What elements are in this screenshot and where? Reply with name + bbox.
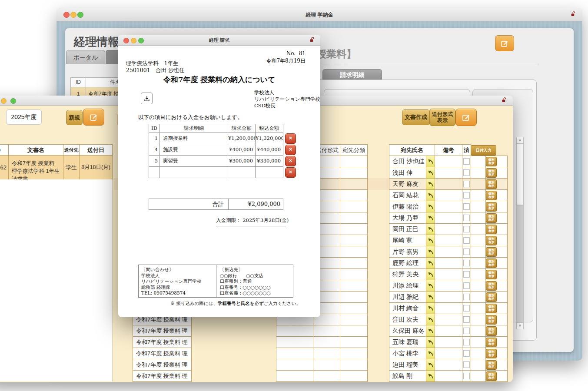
goto-related-button[interactable] [426, 291, 435, 303]
individual-view-button[interactable]: 個別表示 [486, 247, 497, 257]
done-checkbox[interactable] [463, 373, 470, 379]
scroll-down-button[interactable]: ∨ [516, 322, 524, 329]
delete-item-button[interactable]: × [285, 133, 296, 144]
fiscal-year-field[interactable]: 2025年度 [6, 109, 42, 125]
individual-view-button[interactable]: 個別表示 [486, 315, 497, 325]
goto-related-button[interactable] [426, 235, 435, 246]
date-value-cell [471, 280, 486, 292]
goto-related-button[interactable] [426, 302, 435, 314]
delete-item-button[interactable]: × [285, 145, 296, 155]
goto-related-button[interactable] [426, 370, 435, 382]
goto-related-button[interactable] [426, 201, 435, 212]
item-desc-cell: 通期授業料 [159, 133, 228, 144]
delete-item-button[interactable]: × [285, 167, 296, 178]
new-button[interactable]: 新規 [66, 110, 83, 125]
scrollbar[interactable]: ∧ ∨ [516, 137, 524, 329]
goto-related-button[interactable] [426, 336, 435, 348]
goto-related-button[interactable] [426, 359, 435, 371]
done-checkbox[interactable] [463, 282, 470, 289]
goto-related-arrow-icon [427, 305, 434, 311]
done-checkbox[interactable] [463, 271, 470, 278]
date-input-button[interactable]: 日付入力 [471, 145, 496, 156]
goto-related-button[interactable] [426, 268, 435, 280]
done-checkbox[interactable] [463, 169, 470, 176]
individual-cell: 個別表示 [485, 325, 497, 337]
individual-view-button[interactable]: 個別表示 [486, 360, 497, 370]
done-checkbox[interactable] [463, 181, 470, 187]
individual-view-button[interactable]: 個別表示 [486, 349, 497, 358]
done-checkbox[interactable] [463, 305, 470, 311]
done-checkbox[interactable] [463, 294, 470, 300]
done-checkbox[interactable] [463, 260, 470, 266]
scroll-thumb[interactable] [516, 144, 524, 205]
individual-view-button[interactable]: 個別表示 [486, 258, 497, 268]
individual-view-button[interactable]: 個別表示 [486, 168, 497, 178]
tab-portal[interactable]: ポータル [66, 50, 105, 64]
titlebar[interactable]: 経理 請求 [118, 35, 320, 46]
recipient-row[interactable]: 令和7年度 授業料 理迫田 瑠美個別表示 [114, 359, 508, 371]
recipient-row[interactable]: 令和7年度 授業料 理鮫島 剛個別表示 [114, 370, 508, 382]
done-checkbox[interactable] [463, 158, 470, 165]
goto-related-button[interactable] [426, 314, 435, 325]
titlebar[interactable]: 経理 学納金 [56, 8, 582, 21]
goto-related-button[interactable] [426, 178, 435, 190]
done-checkbox[interactable] [463, 249, 470, 255]
goto-related-button[interactable] [426, 189, 435, 201]
recipient-name-cell: 川添 絵理 [389, 280, 426, 292]
individual-view-button[interactable]: 個別表示 [486, 225, 497, 234]
recipient-row[interactable]: 令和7年度 授業料 理小宮 桃李個別表示 [114, 348, 508, 359]
individual-view-button[interactable]: 個別表示 [486, 292, 497, 302]
done-checkbox[interactable] [463, 339, 470, 345]
individual-view-button[interactable]: 個別表示 [486, 179, 497, 189]
create-doc-button[interactable]: 文書作成 [402, 109, 430, 125]
download-button[interactable] [141, 93, 153, 104]
edit-layout-button[interactable] [495, 35, 514, 51]
individual-view-button[interactable]: 個別表示 [486, 191, 497, 200]
done-checkbox[interactable] [463, 215, 470, 221]
done-checkbox[interactable] [463, 316, 470, 323]
goto-related-button[interactable] [426, 280, 435, 292]
done-checkbox[interactable] [463, 192, 470, 199]
individual-view-button[interactable]: 個別表示 [486, 281, 497, 291]
individual-view-button[interactable]: 個別表示 [486, 326, 497, 336]
done-checkbox[interactable] [463, 203, 470, 210]
category-cell [340, 314, 368, 325]
zoom-button[interactable] [10, 98, 16, 104]
tab-detail[interactable]: 請求明細 [322, 69, 382, 80]
individual-view-button[interactable]: 個別表示 [486, 371, 497, 381]
scroll-track[interactable] [516, 205, 524, 322]
goto-related-button[interactable] [426, 325, 435, 337]
invoice-doc-title: 令和7年度 授業料の納入について [118, 75, 320, 85]
done-checkbox[interactable] [463, 237, 470, 244]
goto-related-button[interactable] [426, 246, 435, 258]
edit-layout-button[interactable] [83, 109, 104, 126]
done-checkbox[interactable] [463, 226, 470, 232]
individual-view-button[interactable]: 個別表示 [486, 157, 497, 166]
goto-related-button[interactable] [426, 167, 435, 179]
item-amount-cell [228, 166, 256, 178]
individual-view-button[interactable]: 個別表示 [486, 202, 497, 212]
done-checkbox[interactable] [463, 350, 470, 357]
goto-related-button[interactable] [426, 223, 435, 235]
goto-related-button[interactable] [426, 212, 435, 224]
done-checkbox[interactable] [463, 361, 470, 368]
goto-related-button[interactable] [426, 257, 435, 269]
individual-view-button[interactable]: 個別表示 [486, 270, 497, 279]
goto-related-button[interactable] [426, 348, 435, 359]
delete-item-button[interactable]: × [285, 156, 296, 166]
goto-related-button[interactable] [426, 156, 435, 167]
category-cell [340, 291, 368, 303]
individual-view-button[interactable]: 個別表示 [486, 338, 497, 347]
done-checkbox[interactable] [463, 328, 470, 334]
send-format-button[interactable]: 送付形式 表示 [429, 109, 455, 126]
individual-view-button[interactable]: 個別表示 [486, 236, 497, 245]
recipient-row[interactable]: 令和7年度 授業料 理久保田 麻冬個別表示 [114, 325, 508, 337]
minimize-button[interactable] [1, 98, 7, 104]
edit-layout-button-2[interactable] [455, 109, 477, 126]
individual-view-button[interactable]: 個別表示 [486, 304, 497, 313]
scroll-up-button[interactable]: ∧ [516, 137, 524, 144]
recipient-row[interactable]: 令和7年度 授業料 理五味 夏瑞個別表示 [114, 336, 508, 348]
done-cell [462, 212, 471, 224]
individual-view-button[interactable]: 個別表示 [486, 213, 497, 223]
recipient-name-cell: 伊藤 陽治 [389, 201, 426, 212]
